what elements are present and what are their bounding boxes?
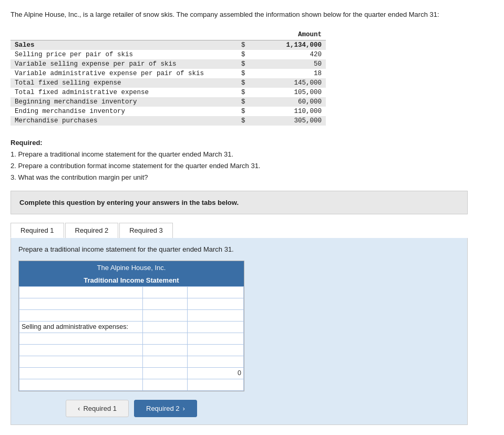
income-table-row — [19, 309, 244, 321]
income-company-header: The Alpine House, Inc. — [19, 261, 244, 274]
table-cell-amount: 145,000 — [249, 78, 326, 88]
income-mid-cell[interactable] — [142, 344, 187, 356]
col-header-symbol — [233, 29, 249, 40]
income-section-label: Selling and administrative expenses: — [19, 321, 143, 333]
table-cell-label: Beginning merchandise inventory — [11, 97, 233, 107]
table-cell-label: Variable selling expense per pair of ski… — [11, 59, 233, 69]
income-label-cell[interactable] — [19, 309, 143, 321]
prev-button[interactable]: Required 1 — [66, 400, 129, 417]
table-cell-label: Merchandise purchases — [11, 116, 233, 126]
income-mid-cell[interactable] — [142, 356, 187, 367]
income-right-cell[interactable] — [188, 321, 244, 333]
income-label-cell[interactable] — [19, 367, 143, 379]
table-cell-symbol: $ — [233, 40, 249, 50]
table-row: Merchandise purchases$305,000 — [11, 116, 326, 126]
table-row: Total fixed selling expense$145,000 — [11, 78, 326, 88]
income-right-cell[interactable] — [188, 333, 244, 344]
required-item: 2. Prepare a contribution format income … — [11, 160, 493, 172]
required-heading: Required: — [11, 139, 43, 147]
income-mid-cell[interactable] — [142, 367, 187, 379]
income-table-row — [19, 379, 244, 390]
tab-required-3[interactable]: Required 3 — [119, 223, 173, 238]
table-cell-amount: 1,134,000 — [249, 40, 326, 50]
table-cell-amount: 60,000 — [249, 97, 326, 107]
complete-box: Complete this question by entering your … — [11, 191, 468, 214]
income-label-cell[interactable] — [19, 379, 143, 390]
table-row: Variable selling expense per pair of ski… — [11, 59, 326, 69]
income-label-cell[interactable] — [19, 356, 143, 367]
income-right-cell[interactable] — [188, 309, 244, 321]
required-item: 1. Prepare a traditional income statemen… — [11, 149, 493, 160]
data-table-wrapper: Amount Sales$1,134,000Selling price per … — [11, 29, 326, 126]
complete-box-text: Complete this question by entering your … — [19, 199, 459, 206]
prev-button-label: Required 1 — [83, 405, 117, 412]
tab-content-area: Prepare a traditional income statement f… — [11, 238, 468, 425]
next-button-label: Required 2 — [146, 405, 180, 412]
income-label-cell[interactable] — [19, 286, 143, 298]
income-right-cell[interactable]: 0 — [188, 367, 244, 379]
income-right-cell[interactable] — [188, 286, 244, 298]
tab-required-1[interactable]: Required 1 — [11, 223, 64, 238]
table-cell-amount: 305,000 — [249, 116, 326, 126]
table-cell-label: Total fixed selling expense — [11, 78, 233, 88]
col-header-amount: Amount — [249, 29, 326, 40]
income-table-row — [19, 344, 244, 356]
table-row: Sales$1,134,000 — [11, 40, 326, 50]
table-cell-symbol: $ — [233, 78, 249, 88]
next-button[interactable]: Required 2 — [134, 400, 197, 417]
required-item: 3. What was the contribution margin per … — [11, 172, 493, 183]
data-table: Amount Sales$1,134,000Selling price per … — [11, 29, 326, 126]
income-mid-cell[interactable] — [142, 321, 187, 333]
income-right-cell[interactable] — [188, 298, 244, 309]
table-cell-symbol: $ — [233, 88, 249, 97]
table-cell-symbol: $ — [233, 107, 249, 116]
income-table-row — [19, 286, 244, 298]
tab-required-2[interactable]: Required 2 — [65, 223, 119, 238]
income-mid-cell[interactable] — [142, 333, 187, 344]
income-table-row: Selling and administrative expenses: — [19, 321, 244, 333]
table-cell-amount: 50 — [249, 59, 326, 69]
table-cell-amount: 110,000 — [249, 107, 326, 116]
income-label-cell[interactable] — [19, 333, 143, 344]
tab-description: Prepare a traditional income statement f… — [18, 243, 460, 255]
col-header-label — [11, 29, 233, 40]
required-section: Required: 1. Prepare a traditional incom… — [11, 137, 493, 183]
table-cell-symbol: $ — [233, 50, 249, 59]
income-statement-container: The Alpine House, Inc. Traditional Incom… — [18, 261, 244, 391]
income-right-cell[interactable] — [188, 379, 244, 390]
table-cell-amount: 105,000 — [249, 88, 326, 97]
income-title-header: Traditional Income Statement — [19, 274, 244, 286]
income-right-cell[interactable] — [188, 344, 244, 356]
table-row: Selling price per pair of skis$420 — [11, 50, 326, 59]
chevron-left-icon — [78, 405, 80, 412]
income-table-row — [19, 298, 244, 309]
intro-text: The Alpine House, Inc., is a large retai… — [11, 9, 493, 20]
table-cell-symbol: $ — [233, 97, 249, 107]
table-cell-symbol: $ — [233, 59, 249, 69]
income-mid-cell[interactable] — [142, 379, 187, 390]
table-cell-label: Variable administrative expense per pair… — [11, 69, 233, 78]
income-table-row — [19, 333, 244, 344]
income-table-row: 0 — [19, 367, 244, 379]
income-label-cell[interactable] — [19, 298, 143, 309]
income-mid-cell[interactable] — [142, 298, 187, 309]
table-cell-label: Selling price per pair of skis — [11, 50, 233, 59]
income-mid-cell[interactable] — [142, 309, 187, 321]
table-cell-symbol: $ — [233, 116, 249, 126]
table-row: Beginning merchandise inventory$60,000 — [11, 97, 326, 107]
table-cell-label: Total fixed administrative expense — [11, 88, 233, 97]
table-cell-amount: 420 — [249, 50, 326, 59]
table-cell-label: Ending merchandise inventory — [11, 107, 233, 116]
table-row: Total fixed administrative expense$105,0… — [11, 88, 326, 97]
table-cell-amount: 18 — [249, 69, 326, 78]
income-table-row — [19, 356, 244, 367]
income-label-cell[interactable] — [19, 344, 143, 356]
income-right-cell[interactable] — [188, 356, 244, 367]
income-table: Selling and administrative expenses:0 — [19, 286, 244, 391]
nav-buttons: Required 1 Required 2 — [18, 400, 244, 417]
table-cell-symbol: $ — [233, 69, 249, 78]
income-mid-cell[interactable] — [142, 286, 187, 298]
table-cell-label: Sales — [11, 40, 233, 50]
table-row: Variable administrative expense per pair… — [11, 69, 326, 78]
table-row: Ending merchandise inventory$110,000 — [11, 107, 326, 116]
